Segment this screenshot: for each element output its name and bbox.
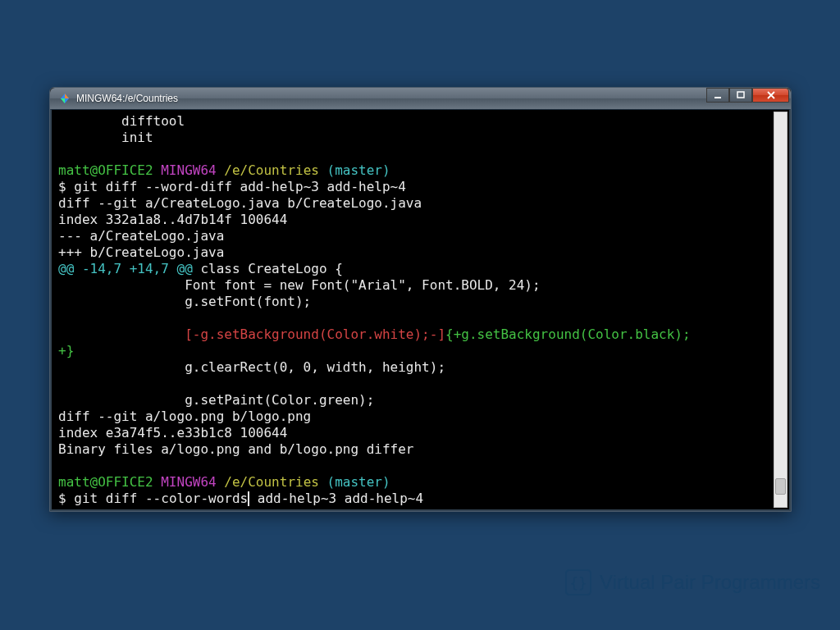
prompt-branch: (master): [327, 474, 390, 490]
watermark-logo: {} Virtual Pair Programmers: [564, 568, 820, 597]
prompt-path: /e/Countries: [224, 162, 319, 178]
added-text: +}: [58, 343, 74, 358]
app-icon: [58, 92, 71, 105]
output-line: difftool: [58, 113, 185, 129]
svg-marker-1: [65, 94, 69, 98]
svg-rect-3: [714, 97, 721, 98]
prompt-dollar: $: [58, 491, 66, 506]
diff-file-b: +++ b/CreateLogo.java: [58, 244, 224, 260]
svg-rect-4: [737, 92, 744, 98]
svg-text:{}: {}: [569, 574, 587, 591]
prompt-dollar: $: [58, 179, 66, 194]
code-braces-icon: {}: [564, 568, 593, 597]
hunk-header: @@ -14,7 +14,7 @@: [58, 261, 193, 276]
diff-index: index 332a1a8..4d7b14f 100644: [58, 212, 287, 227]
binary-diff: Binary files a/logo.png and b/logo.png d…: [58, 441, 413, 457]
titlebar[interactable]: MINGW64:/e/Countries: [50, 88, 791, 109]
context-line: Font font = new Font("Arial", Font.BOLD,…: [58, 277, 541, 293]
svg-marker-2: [61, 98, 65, 103]
removed-text: [-g.setBackground(Color.white);-]: [185, 326, 445, 342]
prompt-branch: (master): [327, 162, 390, 178]
scrollbar-thumb[interactable]: [775, 478, 786, 495]
command-text: git diff --word-diff add-help~3 add-help…: [74, 179, 406, 194]
prompt-user: matt@OFFICE2: [58, 162, 153, 178]
context-line: g.setPaint(Color.green);: [58, 392, 374, 408]
output-line: init: [58, 130, 153, 145]
minimize-button[interactable]: [706, 88, 729, 103]
terminal-window: MINGW64:/e/Countries difftool init matt@…: [49, 87, 792, 512]
context-line: g.setFont(font);: [58, 294, 311, 309]
diff-header: diff --git a/CreateLogo.java b/CreateLog…: [58, 195, 422, 211]
diff-header: diff --git a/logo.png b/logo.png: [58, 409, 311, 424]
prompt-env: MINGW64: [161, 474, 216, 490]
context-line: g.clearRect(0, 0, width, height);: [58, 359, 445, 375]
window-title: MINGW64:/e/Countries: [76, 93, 178, 104]
prompt-user: matt@OFFICE2: [58, 474, 153, 490]
added-text: {+g.setBackground(Color.black);: [445, 326, 691, 342]
command-text: git diff --color-words: [74, 491, 248, 506]
hunk-context: class CreateLogo {: [193, 261, 343, 276]
maximize-button[interactable]: [729, 88, 752, 103]
diff-index: index e3a74f5..e33b1c8 100644: [58, 425, 287, 441]
window-controls: [706, 88, 789, 103]
command-text: add-help~3 add-help~4: [249, 491, 423, 506]
scrollbar[interactable]: [774, 112, 788, 508]
terminal-output[interactable]: difftool init matt@OFFICE2 MINGW64 /e/Co…: [50, 109, 791, 511]
watermark-text: Virtual Pair: [600, 571, 701, 593]
prompt-env: MINGW64: [161, 162, 216, 178]
close-button[interactable]: [752, 88, 789, 103]
diff-file-a: --- a/CreateLogo.java: [58, 228, 224, 244]
prompt-path: /e/Countries: [224, 474, 319, 490]
watermark-text: Programmers: [701, 571, 820, 593]
